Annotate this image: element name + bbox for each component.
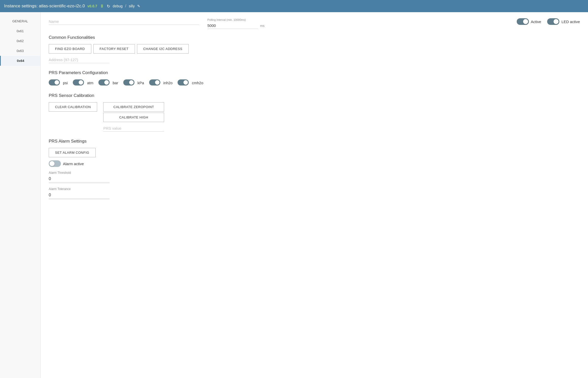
sidebar-item-0x61[interactable]: 0x61: [0, 26, 40, 36]
polling-unit: ms: [260, 24, 265, 28]
param-cmh2o: cmh2o: [178, 79, 203, 86]
version-badge: v0.0.7: [87, 4, 97, 8]
prs-params-title: PRS Parameters Configuration: [49, 70, 580, 75]
alarm-tolerance-value: 0: [49, 192, 110, 199]
prs-calib-section: PRS Sensor Calibration CLEAR CALIBRATION…: [49, 93, 580, 132]
param-inh2o: inh2o: [149, 79, 173, 86]
led-active-toggle[interactable]: [547, 18, 559, 25]
cmh2o-toggle[interactable]: [178, 79, 190, 86]
alarm-active-label: Alarm active: [63, 162, 84, 166]
calibrate-zeropoint-button[interactable]: CALIBRATE ZEROPOINT: [103, 102, 164, 112]
common-section: Common Functionalities FIND EZO BOARD FA…: [49, 35, 580, 63]
param-atm: atm: [73, 79, 93, 86]
polling-input[interactable]: [207, 22, 258, 29]
sidebar-item-0x62[interactable]: 0x62: [0, 36, 40, 46]
param-kpa: kPa: [123, 79, 144, 86]
prs-params-section: PRS Parameters Configuration psi: [49, 70, 580, 86]
atm-label: atm: [87, 81, 93, 85]
clear-calibration-button[interactable]: CLEAR CALIBRATION: [49, 102, 97, 112]
atm-toggle[interactable]: [73, 79, 85, 86]
kpa-toggle[interactable]: [123, 79, 135, 86]
calib-layout: CLEAR CALIBRATION CALIBRATE ZEROPOINT CA…: [49, 102, 580, 132]
alarm-active-toggle[interactable]: [49, 160, 61, 167]
page-title: Instance settings: atlas-scientific-ezo-…: [4, 4, 85, 9]
calibrate-high-button[interactable]: CALIBRATE HIGH: [103, 113, 164, 122]
silly-label: silly: [129, 4, 135, 8]
common-btn-row: FIND EZO BOARD FACTORY RESET CHANGE I2C …: [49, 44, 580, 54]
alarm-tolerance-label: Alarm Tolerance: [49, 187, 580, 191]
name-input[interactable]: [49, 18, 199, 25]
alarm-threshold-label: Alarm Threshold: [49, 171, 580, 175]
address-input[interactable]: [49, 57, 110, 63]
change-i2c-button[interactable]: CHANGE I2C ADDRESS: [137, 44, 189, 54]
edit-icon[interactable]: ✎: [137, 4, 140, 8]
sidebar-item-0x63[interactable]: 0x63: [0, 46, 40, 56]
inh2o-label: inh2o: [163, 81, 173, 85]
alarm-threshold-value: 0: [49, 176, 110, 182]
top-controls: Polling Interval (min. 10000ms) ms Activ…: [49, 18, 580, 29]
prs-calib-title: PRS Sensor Calibration: [49, 93, 580, 98]
debug-label: debug: [113, 4, 123, 8]
find-ezo-button[interactable]: FIND EZO BOARD: [49, 44, 91, 54]
active-group: Active LED active: [517, 18, 580, 25]
led-active-label: LED active: [561, 20, 580, 24]
kpa-label: kPa: [137, 81, 144, 85]
cmh2o-label: cmh2o: [192, 81, 203, 85]
prs-value-input[interactable]: [103, 125, 164, 132]
led-toggle-group: LED active: [547, 18, 580, 25]
alarm-title: PRS Alarm Settings: [49, 139, 580, 144]
alarm-threshold-group: Alarm Threshold 0: [49, 171, 580, 183]
active-toggle[interactable]: [517, 18, 529, 25]
bar-toggle[interactable]: [98, 79, 111, 86]
alarm-active-toggle-group: Alarm active: [49, 160, 580, 167]
layout: GENERAL 0x61 0x62 0x63 0x64 Polling Inte…: [0, 12, 588, 378]
polling-group: Polling Interval (min. 10000ms) ms: [207, 18, 509, 29]
inh2o-toggle[interactable]: [149, 79, 161, 86]
params-row: psi atm: [49, 79, 580, 86]
main-content: Polling Interval (min. 10000ms) ms Activ…: [41, 12, 588, 378]
param-bar: bar: [98, 79, 118, 86]
refresh-button[interactable]: ↻: [107, 4, 110, 9]
set-alarm-button[interactable]: SET ALARM CONFIG: [49, 148, 96, 157]
common-title: Common Functionalities: [49, 35, 580, 40]
factory-reset-button[interactable]: FACTORY RESET: [93, 44, 135, 54]
sidebar-item-0x64[interactable]: 0x64: [0, 56, 40, 66]
polling-label: Polling Interval (min. 10000ms): [207, 18, 509, 21]
psi-toggle[interactable]: [49, 79, 61, 86]
calib-right: CALIBRATE ZEROPOINT CALIBRATE HIGH: [103, 102, 164, 132]
active-toggle-group: Active: [517, 18, 541, 25]
active-label: Active: [531, 20, 541, 24]
slash-divider: /: [125, 4, 126, 8]
param-psi: psi: [49, 79, 68, 86]
sidebar-item-general[interactable]: GENERAL: [0, 16, 40, 26]
sidebar: GENERAL 0x61 0x62 0x63 0x64: [0, 12, 41, 378]
bar-label: bar: [113, 81, 118, 85]
psi-label: psi: [63, 81, 68, 85]
header: Instance settings: atlas-scientific-ezo-…: [0, 0, 588, 12]
name-field-group: [49, 18, 199, 25]
alarm-section: PRS Alarm Settings SET ALARM CONFIG Alar…: [49, 139, 580, 199]
pause-button[interactable]: ⏸: [100, 4, 104, 9]
alarm-tolerance-group: Alarm Tolerance 0: [49, 187, 580, 199]
